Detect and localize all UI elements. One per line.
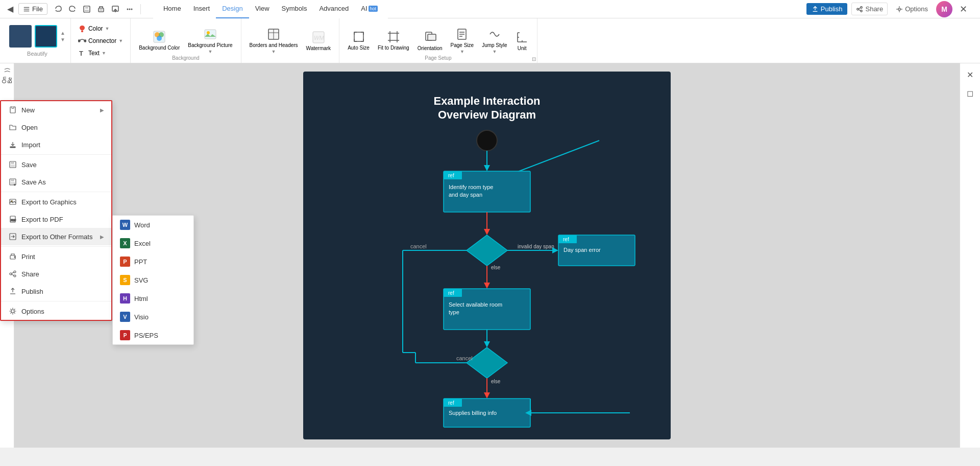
theme-dark-button[interactable]: [9, 25, 32, 48]
invalid-day-span-label: invalid day span: [518, 244, 554, 249]
back-button[interactable]: ◀: [4, 3, 16, 15]
menu-options[interactable]: Options: [1, 302, 111, 320]
menu-export-graphics[interactable]: Export to Graphics: [1, 193, 111, 211]
watermark-button[interactable]: WM Watermark: [303, 29, 334, 53]
background-color-button[interactable]: Background Color: [136, 28, 183, 53]
text-format-button[interactable]: T Text ▼: [76, 48, 125, 58]
ps-eps-label: PS/EPS: [134, 332, 158, 339]
tab-symbols[interactable]: Symbols: [276, 0, 313, 18]
close-button[interactable]: ✕: [957, 3, 970, 16]
page-setup-group: Auto Size Fit to Drawing Orientation Pag…: [339, 18, 537, 63]
menu-open[interactable]: Open: [1, 119, 111, 136]
theme-teal-button[interactable]: [35, 25, 57, 48]
redo-button[interactable]: [66, 3, 79, 16]
menu-export-pdf[interactable]: PDF Export to PDF: [1, 211, 111, 228]
svg-rect-53: [11, 179, 14, 181]
svg-point-62: [14, 257, 15, 258]
print-button[interactable]: [94, 3, 108, 16]
svg-rect-4: [85, 6, 88, 9]
error-text: Day span error: [564, 247, 601, 253]
auto-size-icon: [352, 30, 365, 43]
main-layout: ⟩⟩ OnBe New ▶ Open Import: [0, 63, 980, 448]
tab-ai[interactable]: AI hot: [355, 0, 384, 18]
save-button[interactable]: [80, 3, 93, 16]
menu-share[interactable]: Share: [1, 265, 111, 283]
sidebar-toggle[interactable]: ⟩⟩: [4, 67, 11, 73]
file-button[interactable]: File: [18, 3, 47, 15]
tab-home[interactable]: Home: [157, 0, 187, 18]
svg-point-65: [14, 275, 16, 277]
on-be-label[interactable]: OnBe: [2, 77, 13, 83]
svg-rect-34: [354, 32, 363, 41]
svg-point-15: [861, 10, 863, 12]
orientation-button[interactable]: Orientation: [414, 29, 446, 53]
export-submenu: W Word X Excel P PPT S SVG: [112, 215, 194, 345]
undo-button[interactable]: [52, 3, 65, 16]
svg-point-64: [10, 273, 12, 275]
svg-rect-48: [10, 147, 15, 148]
svg-line-17: [859, 9, 861, 10]
share-button[interactable]: Share: [851, 3, 888, 15]
ai-badge: hot: [369, 6, 378, 12]
menu-save[interactable]: Save: [1, 156, 111, 173]
tab-view[interactable]: View: [249, 0, 276, 18]
tab-design[interactable]: Design: [216, 0, 249, 18]
arrowhead-d2: [484, 341, 490, 347]
beautify-label: Beautify: [27, 51, 47, 57]
jump-style-button[interactable]: Jump Style ▼: [479, 26, 510, 56]
menu-icon: [23, 6, 30, 13]
submenu-ps-eps[interactable]: P PS/EPS: [113, 326, 193, 344]
submenu-word[interactable]: W Word: [113, 216, 193, 234]
options-button[interactable]: Options: [892, 3, 932, 15]
svg-rect-51: [11, 165, 15, 167]
theme-scroll-up[interactable]: ▲: [60, 30, 65, 36]
menu-export-other[interactable]: Export to Other Formats ▶: [1, 228, 111, 245]
options-menu-icon: [8, 307, 17, 316]
menu-save-as[interactable]: + Save As: [1, 173, 111, 191]
svg-rect-27: [205, 30, 216, 39]
menu-print[interactable]: Print: [1, 248, 111, 265]
background-picture-button[interactable]: Background Picture ▼: [185, 26, 235, 56]
borders-headers-button[interactable]: Borders and Headers ▼: [247, 26, 301, 56]
submenu-svg[interactable]: S SVG: [113, 271, 193, 289]
submenu-ppt[interactable]: P PPT: [113, 252, 193, 271]
fit-drawing-button[interactable]: Fit to Drawing: [375, 28, 412, 53]
save-as-label: Save As: [21, 178, 46, 186]
red-arrowhead-1: [484, 229, 490, 235]
unit-button[interactable]: Unit: [512, 29, 532, 53]
color-button[interactable]: Color ▼: [76, 24, 125, 34]
menu-import[interactable]: Import: [1, 136, 111, 153]
submenu-visio[interactable]: V Visio: [113, 308, 193, 326]
menu-publish[interactable]: Publish: [1, 283, 111, 300]
svg-point-9: [127, 8, 128, 10]
expand-right-icon[interactable]: ✕: [963, 67, 977, 82]
more-button[interactable]: [123, 3, 136, 16]
svg-line-67: [12, 274, 14, 275]
theme-scroll-down[interactable]: ▼: [60, 37, 65, 42]
tab-advanced[interactable]: Advanced: [313, 0, 355, 18]
submenu-excel[interactable]: X Excel: [113, 234, 193, 252]
submenu-html[interactable]: H Html: [113, 289, 193, 308]
beautify-group: ▲ ▼ Beautify: [4, 18, 71, 63]
auto-size-button[interactable]: Auto Size: [345, 28, 373, 53]
options-menu-label: Options: [21, 308, 44, 315]
user-avatar[interactable]: M: [936, 1, 952, 17]
svg-point-10: [129, 8, 130, 10]
panel-icon-2[interactable]: ◻: [963, 86, 977, 100]
color-icon: [78, 25, 86, 33]
export-button[interactable]: [109, 3, 122, 16]
tab-insert[interactable]: Insert: [187, 0, 216, 18]
diagram-title-2: Overview Diagram: [438, 108, 536, 121]
menu-new[interactable]: New ▶: [1, 101, 111, 119]
select-text-1: Select available room: [449, 301, 502, 308]
publish-button[interactable]: Publish: [806, 3, 848, 15]
connector-button[interactable]: Connector ▼: [76, 36, 125, 46]
page-size-button[interactable]: Page Size ▼: [448, 26, 477, 56]
svg-point-20: [78, 40, 80, 42]
fit-drawing-icon: [387, 30, 400, 43]
jump-style-icon: [488, 28, 501, 41]
export-other-label: Export to Other Formats: [21, 233, 92, 241]
page-setup-expand[interactable]: ⊡: [532, 56, 536, 62]
visio-icon: V: [120, 312, 130, 322]
svg-point-13: [861, 6, 863, 8]
